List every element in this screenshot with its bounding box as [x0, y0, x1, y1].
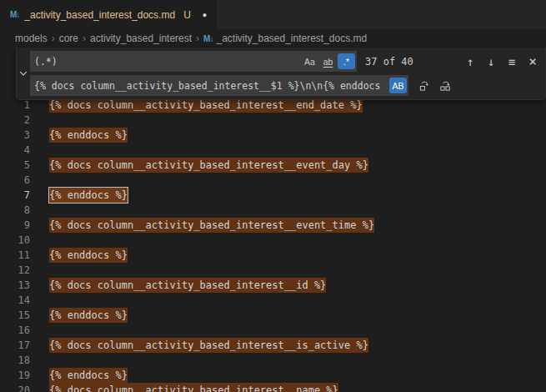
- code-line-7[interactable]: 7{% enddocs %}: [0, 188, 546, 203]
- code-line-9[interactable]: 9{% docs column__activity_based_interest…: [0, 218, 546, 233]
- regex-toggle[interactable]: .*: [338, 53, 355, 69]
- vscode-window: M↓ _activity_based_interest_docs.md U ● …: [0, 0, 546, 392]
- line-number: 2: [0, 113, 30, 128]
- next-match-button[interactable]: ↓: [482, 53, 500, 71]
- find-row: Aa ab .* 37 of 40 ↑ ↓ ≡ ×: [30, 51, 542, 72]
- breadcrumb-item-activity_based_interest[interactable]: activity_based_interest: [90, 33, 192, 44]
- code-line-14[interactable]: 14: [0, 293, 546, 308]
- code-line-13[interactable]: 13{% docs column__activity_based_interes…: [0, 278, 546, 293]
- replace-button[interactable]: [415, 77, 433, 95]
- toggle-replace-button[interactable]: [17, 51, 30, 96]
- line-text: {% enddocs %}: [49, 128, 128, 143]
- unsaved-changes-dot[interactable]: ●: [203, 11, 207, 19]
- replace-row: AB: [30, 75, 542, 96]
- find-replace-widget: Aa ab .* 37 of 40 ↑ ↓ ≡ × AB: [16, 48, 546, 100]
- line-number: 12: [0, 263, 30, 278]
- line-number: 6: [0, 173, 30, 188]
- editor-pane: 1{% docs column__activity_based_interest…: [0, 48, 546, 392]
- breadcrumb: models›core›activity_based_interest›M↓_a…: [0, 29, 546, 48]
- line-number: 19: [0, 368, 30, 383]
- whole-word-toggle[interactable]: ab: [319, 53, 337, 69]
- replace-all-icon: [439, 79, 452, 92]
- previous-match-button[interactable]: ↑: [461, 53, 479, 71]
- code-line-17[interactable]: 17{% docs column__activity_based_interes…: [0, 338, 546, 353]
- line-text: {% docs column__activity_based_interest_…: [49, 158, 368, 173]
- line-text: {% enddocs %}: [49, 368, 128, 383]
- code-line-19[interactable]: 19{% enddocs %}: [0, 368, 546, 383]
- breadcrumb-item-models[interactable]: models: [15, 33, 48, 44]
- code-line-11[interactable]: 11{% enddocs %}: [0, 248, 546, 263]
- code-line-16[interactable]: 16: [0, 323, 546, 338]
- code-line-6[interactable]: 6: [0, 173, 546, 188]
- find-input[interactable]: [30, 56, 300, 68]
- results-count: 37 of 40: [365, 56, 413, 68]
- code-line-3[interactable]: 3{% enddocs %}: [0, 128, 546, 143]
- chevron-down-icon: [18, 68, 28, 78]
- line-number: 16: [0, 323, 30, 338]
- line-text: {% docs column__activity_based_interest_…: [49, 383, 338, 392]
- line-number: 8: [0, 203, 30, 218]
- editor-tab[interactable]: M↓ _activity_based_interest_docs.md U ●: [0, 0, 218, 29]
- code-line-8[interactable]: 8: [0, 203, 546, 218]
- breadcrumb-separator: ›: [196, 33, 199, 44]
- markdown-file-icon: M↓: [10, 10, 19, 19]
- git-status-badge: U: [183, 9, 191, 21]
- line-text: {% docs column__activity_based_interest_…: [49, 278, 326, 293]
- close-find-widget-button[interactable]: ×: [523, 53, 542, 71]
- tab-filename: _activity_based_interest_docs.md: [24, 9, 175, 21]
- line-text: {% enddocs %}: [49, 188, 128, 203]
- line-number: 4: [0, 143, 30, 158]
- line-number: 10: [0, 233, 30, 248]
- breadcrumb-separator: ›: [83, 33, 86, 44]
- line-number: 13: [0, 278, 30, 293]
- code-line-15[interactable]: 15{% enddocs %}: [0, 308, 546, 323]
- line-text: {% enddocs %}: [49, 308, 128, 323]
- breadcrumb-separator: ›: [52, 33, 55, 44]
- code-line-20[interactable]: 20{% docs column__activity_based_interes…: [0, 383, 546, 392]
- breadcrumb-item-core[interactable]: core: [59, 33, 78, 44]
- line-number: 5: [0, 158, 30, 173]
- code-line-2[interactable]: 2: [0, 113, 546, 128]
- code-line-10[interactable]: 10: [0, 233, 546, 248]
- line-number: 15: [0, 308, 30, 323]
- find-inputbox: Aa ab .*: [30, 51, 357, 72]
- line-text: {% docs column__activity_based_interest_…: [49, 338, 368, 353]
- preserve-case-toggle[interactable]: AB: [389, 78, 407, 93]
- line-number: 3: [0, 128, 30, 143]
- line-number: 9: [0, 218, 30, 233]
- replace-input[interactable]: [30, 80, 388, 92]
- code-line-5[interactable]: 5{% docs column__activity_based_interest…: [0, 158, 546, 173]
- code-line-18[interactable]: 18: [0, 353, 546, 368]
- replace-icon: [418, 79, 431, 92]
- find-in-selection-button[interactable]: ≡: [503, 53, 521, 71]
- code-line-12[interactable]: 12: [0, 263, 546, 278]
- markdown-file-icon: M↓: [203, 34, 213, 43]
- line-number: 17: [0, 338, 30, 353]
- match-case-toggle[interactable]: Aa: [301, 53, 318, 69]
- breadcrumb-item-file[interactable]: _activity_based_interest_docs.md: [216, 33, 367, 44]
- line-number: 18: [0, 353, 30, 368]
- replace-inputbox: AB: [30, 75, 408, 96]
- line-text: {% docs column__activity_based_interest_…: [49, 218, 374, 233]
- line-number: 7: [0, 188, 30, 203]
- line-number: 11: [0, 248, 30, 263]
- line-text: {% enddocs %}: [49, 248, 128, 263]
- replace-all-button[interactable]: [436, 77, 454, 95]
- code-line-4[interactable]: 4: [0, 143, 546, 158]
- line-number: 14: [0, 293, 30, 308]
- line-number: 20: [0, 383, 30, 392]
- editor-tab-bar: M↓ _activity_based_interest_docs.md U ●: [0, 0, 546, 29]
